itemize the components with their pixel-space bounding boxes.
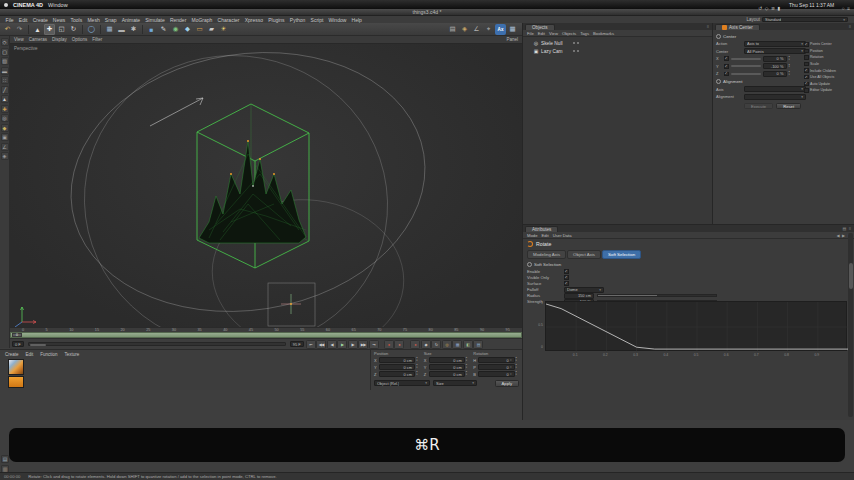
transport-next-key-button[interactable]: ▶▶: [358, 340, 368, 349]
attribute-menu-mode[interactable]: Mode: [527, 233, 537, 238]
scale-tool[interactable]: ◱: [56, 24, 67, 35]
option-position[interactable]: Position: [804, 49, 846, 54]
transport-timeline-window-button[interactable]: ▤: [473, 340, 483, 349]
spline-arrow[interactable]: [150, 98, 203, 126]
bluetooth-icon[interactable]: ◇: [765, 6, 769, 11]
render-settings-button[interactable]: ✱: [128, 24, 139, 35]
coordinate-value-field[interactable]: 0 cm: [429, 364, 465, 370]
value-stepper[interactable]: [466, 357, 470, 362]
tool-tab-object-axis[interactable]: Object Axis: [567, 250, 601, 259]
size-mode-dropdown[interactable]: Size: [433, 380, 477, 386]
app-menu-mesh[interactable]: Mesh: [85, 17, 102, 23]
axis-z-checkbox[interactable]: [724, 72, 729, 77]
coordinate-value-field[interactable]: 0 °: [478, 371, 514, 377]
viewport-menu-display[interactable]: Display: [52, 37, 67, 42]
tool-tab-soft-selection[interactable]: Soft Selection: [602, 250, 641, 259]
attribute-slider[interactable]: [597, 294, 717, 297]
floor-menu[interactable]: ▭: [194, 24, 205, 35]
visibility-dot[interactable]: [577, 50, 580, 53]
enable-axis-button[interactable]: ✚: [1, 105, 9, 113]
material-thumbnail[interactable]: [8, 359, 24, 375]
camera-menu[interactable]: ▰: [206, 24, 217, 35]
attribute-menu-edit[interactable]: Edit: [541, 233, 548, 238]
live-selection-tool[interactable]: ▲: [32, 24, 43, 35]
option-checkbox[interactable]: [804, 82, 809, 87]
coordinate-system-toggle[interactable]: ◯: [86, 24, 97, 35]
value-stepper[interactable]: [516, 371, 520, 376]
snap-toggle[interactable]: ◈: [459, 24, 470, 35]
app-menu-tools[interactable]: Tools: [68, 17, 85, 23]
panel-scrollbar[interactable]: [848, 233, 853, 417]
viewport-menu-panel[interactable]: Panel: [506, 37, 518, 42]
value-stepper[interactable]: [466, 371, 470, 376]
axis-y-slider[interactable]: [731, 65, 761, 67]
attribute-dropdown[interactable]: Dome: [564, 287, 604, 293]
frame-range-slider[interactable]: [28, 342, 286, 346]
array-menu[interactable]: ◆: [182, 24, 193, 35]
visibility-dot[interactable]: [573, 50, 576, 53]
app-menu-mograph[interactable]: MoGraph: [189, 17, 215, 23]
viewport-layout-toggle[interactable]: ▦: [507, 24, 518, 35]
axis-z-slider[interactable]: [731, 73, 761, 75]
materials-tab-function[interactable]: Function: [40, 352, 57, 357]
viewport-menu-view[interactable]: View: [14, 37, 24, 42]
spline-pen-menu[interactable]: ✎: [158, 24, 169, 35]
value-stepper[interactable]: [789, 64, 793, 69]
object-axis-point[interactable]: [290, 303, 292, 305]
value-stepper[interactable]: [789, 71, 793, 76]
option-checkbox[interactable]: [804, 42, 809, 47]
mesh-point[interactable]: [273, 173, 275, 175]
axis-x-checkbox[interactable]: [724, 56, 729, 61]
console-icon[interactable]: ▤: [1, 455, 9, 463]
viewport-menu-filter[interactable]: Filter: [92, 37, 102, 42]
section-center[interactable]: Center: [716, 34, 851, 39]
locked-workplane-button[interactable]: ▣: [1, 133, 9, 141]
object-visibility-dots[interactable]: [573, 42, 580, 45]
transport-goto-end-button[interactable]: ⇥: [369, 340, 379, 349]
objects-menu-file[interactable]: File: [527, 31, 534, 36]
app-menu-plugins[interactable]: Plugins: [266, 17, 288, 23]
objects-menu-edit[interactable]: Edit: [538, 31, 545, 36]
objects-menu-tags[interactable]: Tags: [580, 31, 589, 36]
option-checkbox[interactable]: [804, 55, 809, 60]
app-menu-news[interactable]: News: [50, 17, 68, 23]
app-menu-snap[interactable]: Snap: [102, 17, 119, 23]
move-tool[interactable]: ✚: [44, 24, 55, 35]
current-frame-marker[interactable]: 0: [12, 333, 22, 338]
make-editable-button[interactable]: ◇: [1, 38, 9, 46]
transport-record-keyframe-button[interactable]: ●: [384, 340, 394, 349]
reset-button[interactable]: Reset: [776, 103, 801, 110]
app-menu-script[interactable]: Script: [308, 17, 326, 23]
materials-tab-create[interactable]: Create: [5, 352, 19, 357]
transport-record-position-toggle[interactable]: ●: [410, 340, 420, 349]
objects-menu-bookmarks[interactable]: Bookmarks: [593, 31, 614, 36]
materials-tab-edit[interactable]: Edit: [26, 352, 34, 357]
viewport-solo-button[interactable]: ◎: [1, 114, 9, 122]
macos-window-menu[interactable]: Window: [48, 2, 68, 8]
section-soft-selection[interactable]: Soft Selection: [527, 262, 854, 267]
attribute-menu-user-data[interactable]: User Data: [553, 233, 572, 238]
transport-play-button[interactable]: ▶: [337, 340, 347, 349]
quantize-toggle[interactable]: ∠: [471, 24, 482, 35]
mesh-point[interactable]: [230, 173, 232, 175]
app-menu-render[interactable]: Render: [167, 17, 189, 23]
object-item-lazy-cam[interactable]: ▣Lazy Cam: [525, 47, 710, 55]
tool-tab-modeling-axis[interactable]: Modeling Axis: [527, 250, 566, 259]
option-checkbox[interactable]: [804, 68, 809, 73]
value-stepper[interactable]: [416, 357, 420, 362]
battery-icon[interactable]: ▮: [777, 6, 780, 11]
tab-attributes[interactable]: Attributes: [525, 226, 558, 233]
value-stepper[interactable]: [466, 364, 470, 369]
snap-button[interactable]: ◆: [1, 124, 9, 132]
macos-app-menu[interactable]: CINEMA 4D: [13, 2, 43, 8]
option-editor-update[interactable]: Editor Update: [804, 88, 846, 93]
apple-menu-icon[interactable]: [4, 3, 8, 7]
viewport-canvas[interactable]: Perspective: [10, 44, 522, 327]
wifi-icon[interactable]: ≋: [771, 6, 775, 11]
mesh-point[interactable]: [259, 158, 261, 160]
undo-button[interactable]: ↶: [2, 24, 13, 35]
app-menu-file[interactable]: File: [3, 17, 16, 23]
app-menu-simulate[interactable]: Simulate: [143, 17, 168, 23]
attribute-checkbox[interactable]: [564, 269, 569, 274]
render-view-button[interactable]: ▦: [104, 24, 115, 35]
